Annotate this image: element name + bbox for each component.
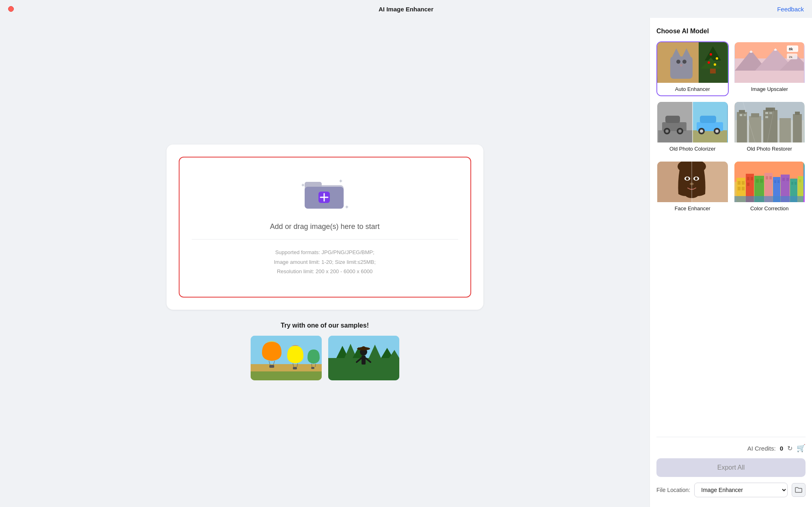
auto-enhancer-label: Auto Enhancer <box>657 83 728 95</box>
drop-zone[interactable]: ✦ ✦ ✦ Add <box>179 157 471 297</box>
center-area: ✦ ✦ ✦ Add <box>0 18 650 507</box>
folder-open-icon <box>795 487 802 493</box>
auto-enhancer-thumb <box>657 42 728 83</box>
main-layout: ✦ ✦ ✦ Add <box>0 18 812 507</box>
samples-row <box>167 336 483 380</box>
svg-rect-108 <box>738 187 741 190</box>
sample-nature[interactable] <box>328 336 399 380</box>
color-correction-thumb <box>734 162 805 202</box>
svg-rect-60 <box>658 130 693 142</box>
svg-point-45 <box>682 60 686 64</box>
svg-rect-131 <box>734 196 803 202</box>
svg-rect-84 <box>793 114 802 142</box>
svg-rect-122 <box>777 180 780 183</box>
svg-rect-127 <box>791 182 793 185</box>
svg-rect-78 <box>739 110 745 113</box>
svg-point-73 <box>715 129 719 133</box>
old-photo-restorer-thumb <box>734 102 805 142</box>
cart-icon[interactable]: 🛒 <box>797 444 806 453</box>
sparkle-icon-3: ✦ <box>344 204 349 210</box>
svg-point-71 <box>700 129 703 133</box>
model-card-image-upscaler[interactable]: 8k 2k Image Upscaler <box>734 41 806 96</box>
choose-model-title: Choose AI Model <box>656 28 806 35</box>
face-enhancer-thumb <box>657 162 728 202</box>
svg-rect-111 <box>747 177 749 180</box>
svg-rect-36 <box>710 69 716 73</box>
file-location-row: File Location: Image Enhancer Original F… <box>656 483 806 497</box>
svg-rect-41 <box>670 56 693 79</box>
svg-rect-115 <box>756 179 759 183</box>
samples-section: Try with one of our samples! <box>167 322 483 380</box>
model-card-old-photo-restorer[interactable]: Old Photo Restorer <box>734 101 806 156</box>
sample-balloon[interactable] <box>251 336 322 380</box>
svg-rect-69 <box>700 116 716 123</box>
svg-rect-12 <box>269 365 274 368</box>
export-all-button: Export All <box>656 458 806 477</box>
svg-rect-121 <box>774 180 776 183</box>
credits-label: AI Credits: <box>747 445 776 452</box>
svg-rect-80 <box>751 113 759 117</box>
svg-point-100 <box>695 177 698 180</box>
svg-rect-107 <box>742 181 745 185</box>
svg-rect-118 <box>766 176 768 179</box>
model-card-face-enhancer[interactable]: Face Enhancer <box>656 161 729 216</box>
color-correction-label: Color Correction <box>734 202 805 215</box>
browse-folder-button[interactable] <box>792 483 806 497</box>
svg-text:8k: 8k <box>789 47 793 51</box>
image-upscaler-label: Image Upscaler <box>734 83 805 95</box>
traffic-light-close[interactable] <box>8 6 14 12</box>
svg-rect-63 <box>665 116 680 123</box>
svg-rect-88 <box>765 112 768 114</box>
folder-icon-wrapper: ✦ ✦ ✦ <box>305 178 345 214</box>
svg-point-40 <box>714 63 716 66</box>
svg-rect-15 <box>293 367 297 369</box>
feedback-link[interactable]: Feedback <box>777 6 804 13</box>
svg-rect-85 <box>795 112 800 115</box>
svg-rect-8 <box>251 371 322 380</box>
svg-rect-29 <box>362 356 366 365</box>
old-photo-restorer-label: Old Photo Restorer <box>734 142 805 155</box>
model-card-color-correction[interactable]: Color Correction <box>734 161 806 216</box>
sidebar-bottom: AI Credits: 0 ↻ 🛒 Export All File Locati… <box>656 437 806 497</box>
svg-point-99 <box>686 177 689 180</box>
svg-point-65 <box>665 129 669 133</box>
image-upscaler-thumb: 8k 2k <box>734 42 805 83</box>
svg-rect-128 <box>795 182 797 185</box>
svg-rect-89 <box>769 112 772 114</box>
svg-rect-77 <box>737 112 747 142</box>
credits-row: AI Credits: 0 ↻ 🛒 <box>656 444 806 453</box>
svg-point-67 <box>678 129 682 133</box>
samples-title: Try with one of our samples! <box>167 322 483 329</box>
svg-point-39 <box>708 61 710 64</box>
face-enhancer-label: Face Enhancer <box>657 202 728 215</box>
svg-rect-125 <box>786 178 789 181</box>
svg-rect-113 <box>747 183 749 186</box>
upload-container: ✦ ✦ ✦ Add <box>167 145 483 309</box>
svg-rect-61 <box>693 130 727 142</box>
model-card-auto-enhancer[interactable]: Auto Enhancer <box>656 41 729 96</box>
folder-icon <box>305 178 344 210</box>
model-card-old-photo-colorizer[interactable]: Old Photo Colorizer <box>656 101 729 156</box>
drop-zone-text: Add or drag image(s) here to start <box>270 222 379 231</box>
title-bar: AI Image Enhancer Feedback <box>0 0 812 18</box>
svg-point-37 <box>710 53 712 56</box>
drop-zone-divider <box>192 239 458 239</box>
svg-rect-124 <box>782 178 785 181</box>
svg-point-46 <box>680 64 682 67</box>
svg-rect-79 <box>749 116 761 142</box>
svg-rect-86 <box>740 114 742 116</box>
svg-rect-116 <box>760 179 763 183</box>
svg-rect-130 <box>799 179 801 182</box>
svg-rect-87 <box>744 114 746 116</box>
old-photo-colorizer-thumb <box>657 102 728 142</box>
credits-count: 0 <box>780 445 783 452</box>
svg-rect-18 <box>311 367 314 369</box>
svg-text:2k: 2k <box>789 55 793 59</box>
file-location-select[interactable]: Image Enhancer Original Folder Custom... <box>694 483 788 497</box>
file-location-label: File Location: <box>656 487 690 493</box>
old-photo-colorizer-label: Old Photo Colorizer <box>657 142 728 155</box>
sparkle-icon-2: ✦ <box>338 178 343 184</box>
refresh-icon[interactable]: ↻ <box>787 444 793 452</box>
model-grid: Auto Enhancer <box>656 41 806 216</box>
svg-rect-119 <box>769 176 772 179</box>
